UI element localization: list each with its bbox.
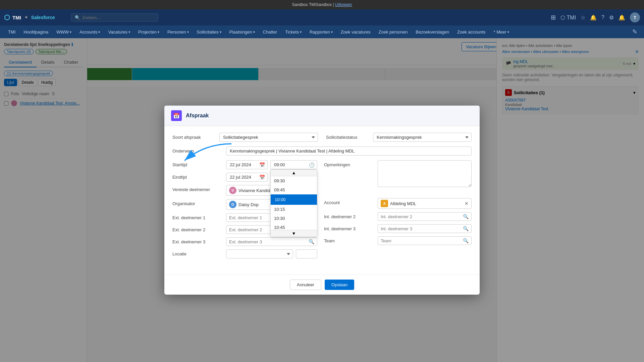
calendar-icon[interactable]: 📅	[259, 175, 265, 180]
team-field: 🔍	[378, 236, 472, 245]
apps-icon[interactable]: ⬡ TMI	[560, 14, 576, 21]
nav-item-bezoekverslagen[interactable]: Bezoekverslagen	[412, 25, 453, 38]
grid-icon[interactable]: ⊞	[551, 14, 556, 21]
time-option-0930[interactable]: 09:30	[271, 176, 317, 185]
time-option-0945[interactable]: 09:45	[271, 185, 317, 194]
search-icon: 🔍	[75, 15, 80, 20]
search-input[interactable]	[82, 15, 155, 20]
int-deelnemer-3-row: Int. deelnemer 3 🔍	[324, 224, 472, 233]
account-avatar: A	[381, 200, 388, 207]
nav-item-hoofdpagina[interactable]: Hoofdpagina	[19, 25, 52, 38]
search-icon[interactable]: 🔍	[463, 238, 469, 243]
soort-afspraak-select[interactable]: Sollicitatiegesprek	[219, 133, 318, 142]
nav-item-plaatsingen[interactable]: Plaatsingen ▾	[225, 25, 259, 38]
ext-deelnemer-3-field: 🔍	[226, 237, 317, 246]
nav-item-tmi[interactable]: TMI	[4, 25, 19, 38]
right-form-section: Opmerkingen Account A Afdeling MDL	[324, 160, 472, 263]
nav-item-sollicitaties[interactable]: Sollicitaties ▾	[193, 25, 225, 38]
page-background: Vacature Test Vacature Vacaturenr. 2024-…	[0, 38, 644, 362]
right-form-lower: Account A Afdeling MDL ✕ Int. deelnemer …	[324, 198, 472, 245]
nav-item-meer[interactable]: * Meer ▾	[490, 25, 513, 38]
locatie-text-input[interactable]	[296, 249, 317, 258]
nav-item-zoek-personen[interactable]: Zoek personen	[375, 25, 412, 38]
nav-item-personen[interactable]: Personen ▾	[163, 25, 193, 38]
int-deelnemer-2-input[interactable]: 🔍	[378, 212, 472, 221]
avatar[interactable]: T	[630, 12, 640, 22]
time-scroll-area: 09:30 09:45 10:00 10:15 10:30 10:45	[271, 176, 317, 230]
int-deelnemer-2-field: 🔍	[378, 212, 472, 221]
annuleer-button[interactable]: Annuleer	[290, 280, 321, 290]
global-search[interactable]: 🔍	[71, 13, 158, 22]
nav-item-www[interactable]: WWW ▾	[52, 25, 75, 38]
search-icon[interactable]: 🔍	[463, 214, 469, 219]
ext-deelnemer-3-input[interactable]: 🔍	[226, 237, 317, 246]
calendar-icon[interactable]: 📅	[259, 162, 265, 168]
chevron-down-icon: ▾	[187, 30, 189, 34]
organisator-label: Organisator	[172, 199, 226, 206]
locatie-inputs	[226, 249, 317, 258]
modal-header: 📅 Afspraak	[164, 106, 480, 126]
ext-deelnemer-2-label: Ext. deelnemer 2	[172, 225, 226, 232]
modal-footer: Annuleer Opslaan	[164, 275, 480, 295]
team-input[interactable]: 🔍	[378, 236, 472, 245]
onderwerp-label: Onderwerp	[172, 146, 226, 154]
time-option-1015[interactable]: 10:15	[271, 205, 317, 214]
opmerkingen-field	[378, 160, 472, 188]
int-deelnemer-2-text[interactable]	[381, 214, 461, 219]
nav-item-zoek-accounts[interactable]: Zoek accounts	[453, 25, 490, 38]
account-name: Afdeling MDL	[390, 201, 463, 206]
account-row: Account A Afdeling MDL ✕	[324, 198, 472, 209]
modal-title: Afspraak	[186, 113, 209, 119]
chevron-down-icon: ▾	[70, 30, 71, 34]
int-deelnemer-3-input[interactable]: 🔍	[378, 224, 472, 233]
edit-nav-icon[interactable]: ✎	[630, 28, 640, 36]
logout-link[interactable]: Uitloggen	[335, 2, 352, 7]
starttijd-time-wrap: 🕐 ▲ 09:30 09:45 10:00 10:15	[270, 160, 317, 169]
account-clear-icon[interactable]: ✕	[465, 201, 469, 206]
afspraak-modal: 📅 Afspraak Soort afspraak Sollicitatiege…	[164, 106, 480, 295]
sollicitatiestatus-field: Sollicitatiestatus Kennismakingsgesprek	[326, 133, 472, 142]
logo-tmi: TMI	[12, 15, 21, 20]
nav-item-vacatures[interactable]: Vacatures ▾	[104, 25, 134, 38]
ext-deelnemer-3-text[interactable]	[229, 239, 307, 244]
scroll-down-btn[interactable]: ▼	[271, 230, 317, 237]
int-deelnemer-2-row: Int. deelnemer 2 🔍	[324, 212, 472, 221]
sollicitatiestatus-select[interactable]: Kennismakingsgesprek	[373, 133, 472, 142]
nav-item-chatter[interactable]: Chatter	[259, 25, 281, 38]
nav-item-zoek-vacatures[interactable]: Zoek vacatures	[337, 25, 375, 38]
onderwerp-input[interactable]	[226, 146, 472, 156]
chevron-down-icon: ▾	[128, 30, 130, 34]
modal-header-icon: 📅	[171, 110, 182, 121]
nav-item-rapporten[interactable]: Rapporten ▾	[306, 25, 337, 38]
time-option-1030[interactable]: 10:30	[271, 214, 317, 223]
team-text[interactable]	[381, 238, 461, 243]
search-icon[interactable]: 🔍	[463, 226, 469, 231]
team-row: Team 🔍	[324, 236, 472, 245]
bell-icon[interactable]: 🔔	[590, 15, 597, 20]
clock-icon[interactable]: 🕐	[309, 162, 315, 168]
form-row-onderwerp: Onderwerp	[172, 146, 472, 156]
search-icon[interactable]: 🔍	[309, 239, 314, 244]
sandbox-text: Sandbox TMISandbox |	[292, 2, 334, 7]
nav-item-accounts[interactable]: Accounts ▾	[75, 25, 104, 38]
vereiste-deelnemer-label: Vereiste deelnemer	[172, 185, 226, 192]
modal-body: Soort afspraak Sollicitatiegesprek Solli…	[164, 126, 480, 275]
account-input: A Afdeling MDL ✕	[378, 198, 472, 209]
notifications-icon[interactable]: 🔔	[619, 14, 625, 21]
nav-item-tickets[interactable]: Tickets ▾	[281, 25, 306, 38]
ext-deelnemer-1-label: Ext. deelnemer 1	[172, 213, 226, 220]
opmerkingen-textarea[interactable]	[378, 160, 472, 187]
int-deelnemer-3-text[interactable]	[381, 226, 461, 231]
help-icon[interactable]: ?	[601, 14, 604, 20]
chevron-down-icon: ▾	[220, 30, 221, 34]
time-option-1000[interactable]: 10:00	[271, 194, 317, 205]
time-option-1045[interactable]: 10:45	[271, 223, 317, 230]
locatie-select[interactable]	[226, 249, 293, 258]
opslaan-button[interactable]: Opslaan	[325, 280, 354, 290]
nav-item-projecten[interactable]: Projecten ▾	[134, 25, 163, 38]
ext-deelnemer-3-row: Ext. deelnemer 3 🔍	[172, 237, 317, 246]
starttijd-field: 📅 🕐 ▲ 09:30	[226, 160, 317, 169]
star-icon[interactable]: ☆	[581, 14, 585, 21]
settings-icon[interactable]: ⚙	[609, 14, 614, 21]
scroll-up-btn[interactable]: ▲	[271, 170, 317, 176]
